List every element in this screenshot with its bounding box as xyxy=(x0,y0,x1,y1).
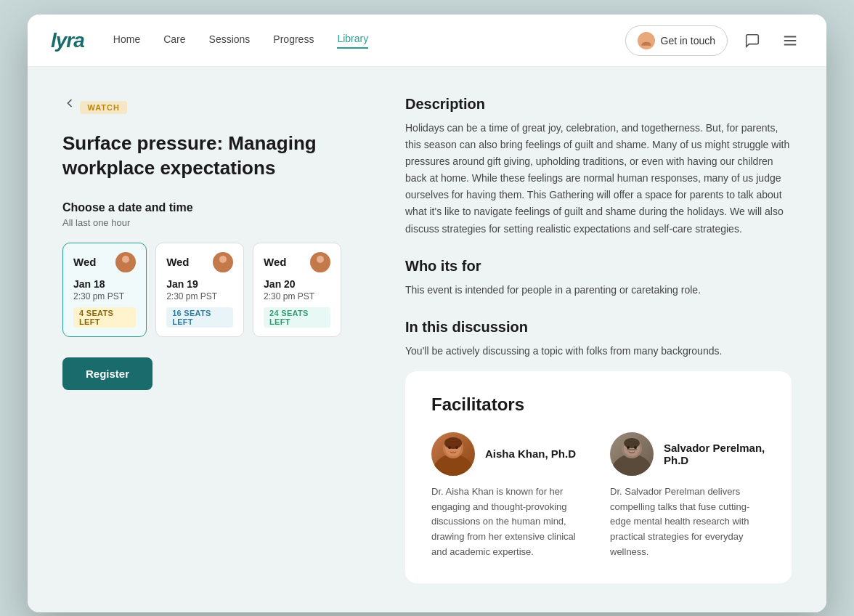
svg-point-16 xyxy=(624,438,640,448)
get-in-touch-label: Get in touch xyxy=(661,35,716,46)
facilitator-1-header: Aisha Khan, Ph.D xyxy=(431,432,587,476)
nav-right: Get in touch xyxy=(625,25,804,56)
watch-badge: WATCH xyxy=(80,101,127,114)
left-panel: WATCH Surface pressure: Managing workpla… xyxy=(28,67,376,612)
facilitators-grid: Aisha Khan, Ph.D Dr. Aisha Khan is known… xyxy=(431,432,765,560)
facilitator-2-avatar xyxy=(610,432,654,476)
date-card-1[interactable]: Wed Jan 18 2:30 pm PST 4 SEATS LEFT xyxy=(62,243,147,337)
choose-date-label: Choose a date and time xyxy=(62,201,341,214)
svg-rect-19 xyxy=(627,449,637,450)
facilitator-2-bio: Dr. Salvador Perelman delivers compellin… xyxy=(610,485,765,560)
nav-library[interactable]: Library xyxy=(337,33,368,49)
user-avatar xyxy=(638,32,655,49)
svg-point-0 xyxy=(643,36,648,41)
facilitator-2-name: Salvador Perelman, Ph.D xyxy=(664,442,765,466)
svg-point-4 xyxy=(122,256,129,263)
date-time-3: 2:30 pm PST xyxy=(264,291,330,301)
facilitator-avatar-3 xyxy=(310,252,330,272)
seats-badge-2: 16 SEATS LEFT xyxy=(166,307,233,328)
register-button[interactable]: Register xyxy=(62,357,152,390)
nav-links: Home Care Sessions Progress Library xyxy=(113,33,625,49)
facilitator-1-name: Aisha Khan, Ph.D xyxy=(485,447,576,460)
nav-progress[interactable]: Progress xyxy=(273,33,314,48)
description-text: Holidays can be a time of great joy, cel… xyxy=(405,120,792,238)
nav-care[interactable]: Care xyxy=(163,33,185,48)
date-time-1: 2:30 pm PST xyxy=(73,291,136,301)
right-panel: Description Holidays can be a time of gr… xyxy=(376,67,826,612)
nav-home[interactable]: Home xyxy=(113,33,140,48)
facilitators-card: Facilitators xyxy=(405,371,792,583)
seats-badge-1: 4 SEATS LEFT xyxy=(73,307,136,328)
date-card-2-header: Wed xyxy=(166,252,233,272)
date-full-1: Jan 18 xyxy=(73,278,136,290)
who-its-for-text: This event is intended for people in a p… xyxy=(405,282,792,299)
facilitator-1-bio: Dr. Aisha Khan is known for her engaging… xyxy=(431,485,587,560)
date-card-2[interactable]: Wed Jan 19 2:30 pm PST 16 SEATS LEFT xyxy=(155,243,244,337)
svg-point-10 xyxy=(444,437,462,449)
date-full-3: Jan 20 xyxy=(264,278,330,290)
facilitator-avatar-2 xyxy=(213,252,233,272)
facilitator-2-header: Salvador Perelman, Ph.D xyxy=(610,432,765,476)
seats-badge-3: 24 SEATS LEFT xyxy=(264,307,330,328)
get-in-touch-button[interactable]: Get in touch xyxy=(625,25,728,56)
date-day-3: Wed xyxy=(264,256,286,268)
svg-point-6 xyxy=(317,256,324,263)
nav-sessions[interactable]: Sessions xyxy=(209,33,251,48)
date-day-2: Wed xyxy=(166,256,189,268)
date-card-3[interactable]: Wed Jan 20 2:30 pm PST 24 SEATS LEFT xyxy=(253,243,341,337)
duration-label: All last one hour xyxy=(62,217,341,228)
back-button[interactable] xyxy=(62,96,77,114)
date-cards: Wed Jan 18 2:30 pm PST 4 SEATS LEFT xyxy=(62,243,341,337)
svg-point-17 xyxy=(627,446,630,449)
main-content: WATCH Surface pressure: Managing workpla… xyxy=(28,67,826,612)
date-card-1-header: Wed xyxy=(73,252,136,272)
event-title: Surface pressure: Managing workplace exp… xyxy=(62,131,341,181)
facilitator-2: Salvador Perelman, Ph.D Dr. Salvador Per… xyxy=(610,432,765,560)
facilitator-avatar-1 xyxy=(115,252,136,272)
date-card-3-header: Wed xyxy=(264,252,330,272)
facilitator-1-avatar xyxy=(431,432,475,476)
date-time-2: 2:30 pm PST xyxy=(166,291,233,301)
facilitator-1: Aisha Khan, Ph.D Dr. Aisha Khan is known… xyxy=(431,432,587,560)
svg-point-12 xyxy=(455,446,458,449)
in-this-discussion-title: In this discussion xyxy=(405,319,792,336)
svg-point-11 xyxy=(448,446,451,449)
date-full-2: Jan 19 xyxy=(166,278,233,290)
who-its-for-title: Who its for xyxy=(405,258,792,275)
in-this-discussion-text: You'll be actively discussing a topic wi… xyxy=(405,343,792,360)
facilitators-title: Facilitators xyxy=(431,394,765,415)
menu-icon[interactable] xyxy=(777,28,803,54)
navbar: lyra Home Care Sessions Progress Library… xyxy=(28,15,826,67)
svg-point-18 xyxy=(634,446,637,449)
description-title: Description xyxy=(405,96,792,113)
logo: lyra xyxy=(51,29,84,52)
svg-point-5 xyxy=(219,256,227,263)
browser-window: lyra Home Care Sessions Progress Library… xyxy=(28,15,826,612)
messages-icon[interactable] xyxy=(739,28,765,54)
date-day-1: Wed xyxy=(73,256,96,268)
